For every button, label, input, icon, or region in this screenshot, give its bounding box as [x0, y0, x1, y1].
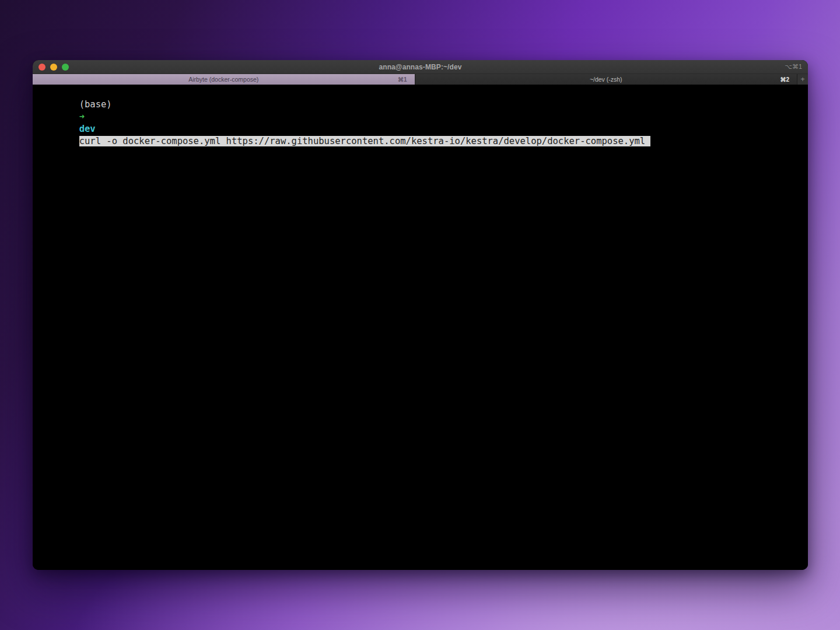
prompt-dir-label: dev [79, 124, 101, 134]
plus-icon: + [800, 75, 804, 83]
new-tab-button[interactable]: + [797, 74, 808, 85]
titlebar[interactable]: anna@annas-MBP:~/dev ⌥⌘1 [33, 60, 808, 74]
tab-shortcut: ⌘2 [780, 74, 789, 85]
desktop-background: anna@annas-MBP:~/dev ⌥⌘1 Airbyte (docker… [0, 0, 840, 630]
titlebar-shortcut: ⌥⌘1 [785, 60, 802, 74]
window-title: anna@annas-MBP:~/dev [33, 60, 808, 74]
terminal-body[interactable]: (base) ➜ dev curl -o docker-compose.yml … [33, 85, 808, 570]
tab-shortcut: ⌘1 [398, 74, 407, 85]
conda-env-label: (base) [79, 99, 117, 110]
prompt-line: (base) ➜ dev curl -o docker-compose.yml … [36, 86, 805, 160]
close-button[interactable] [38, 64, 46, 71]
selected-command-text[interactable]: curl -o docker-compose.yml https://raw.g… [79, 136, 651, 146]
tab-bar: Airbyte (docker-compose) ⌘1 ~/dev (-zsh)… [33, 74, 808, 85]
tab-label: Airbyte (docker-compose) [188, 76, 258, 83]
tab-dev-zsh[interactable]: ~/dev (-zsh) ⌘2 [415, 74, 798, 85]
zoom-button[interactable] [62, 64, 69, 71]
minimize-button[interactable] [50, 64, 57, 71]
tab-airbyte-docker-compose[interactable]: Airbyte (docker-compose) ⌘1 [33, 74, 415, 85]
window-controls [33, 64, 69, 71]
terminal-window: anna@annas-MBP:~/dev ⌥⌘1 Airbyte (docker… [33, 60, 808, 570]
tab-label: ~/dev (-zsh) [590, 76, 622, 83]
prompt-arrow-icon: ➜ [79, 111, 96, 122]
